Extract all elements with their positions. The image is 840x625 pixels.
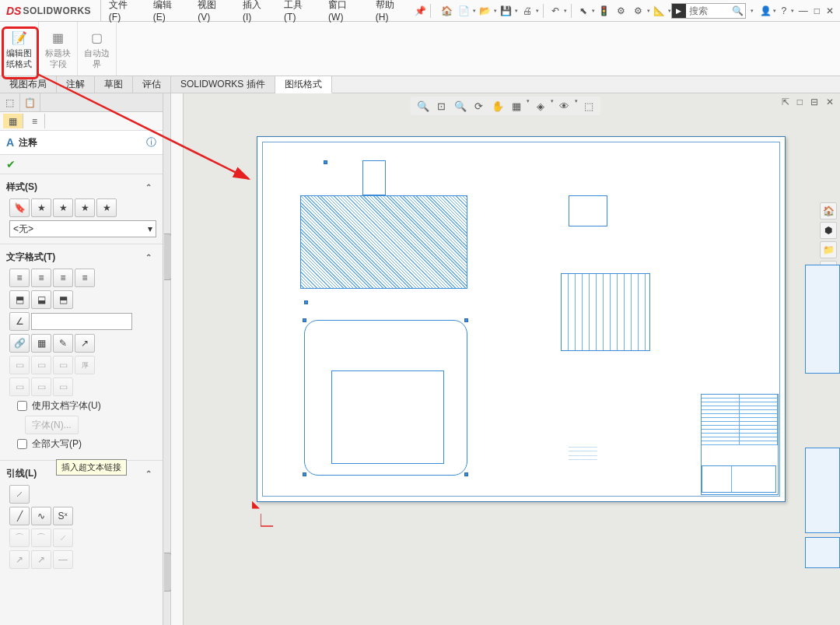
pan-icon[interactable]: ✋	[490, 98, 506, 114]
right-aux-panel-1[interactable]	[805, 265, 840, 374]
menu-window[interactable]: 窗口(W)	[320, 0, 368, 21]
pin-icon[interactable]: 📌	[413, 3, 428, 19]
all-caps-checkbox[interactable]: 全部大写(P)	[9, 437, 156, 451]
align-right-btn[interactable]: ≡	[53, 269, 73, 287]
menu-edit[interactable]: 编辑(E)	[145, 0, 191, 21]
drawing-view-side[interactable]	[561, 273, 650, 351]
drawing-part-1	[362, 160, 386, 195]
style-btn4[interactable]: ★	[75, 198, 95, 217]
title-block[interactable]	[701, 394, 779, 495]
style-btn2[interactable]: ★	[31, 198, 51, 217]
panel-tab-feature[interactable]: ⬚	[0, 93, 20, 111]
drawing-view-top[interactable]	[300, 195, 467, 289]
panel-mini-tab2[interactable]: ≡	[25, 114, 45, 128]
search-magnify-icon[interactable]: 🔍	[731, 5, 745, 16]
angle-input[interactable]	[31, 313, 132, 330]
hide-show-icon[interactable]: 👁	[557, 98, 572, 114]
format-btn3[interactable]: ✎	[53, 334, 73, 353]
settings-icon[interactable]: ⚙	[631, 3, 646, 19]
panel-resize-handle[interactable]	[163, 93, 171, 625]
zoom-area-icon[interactable]: ⊡	[434, 98, 450, 114]
style-btn5[interactable]: ★	[96, 198, 117, 217]
tab-sketch[interactable]: 草图	[95, 76, 133, 93]
menu-file[interactable]: 文件(F)	[101, 0, 145, 21]
view-close-icon[interactable]: ✕	[826, 97, 834, 107]
maximize-button[interactable]: □	[814, 5, 820, 16]
help-icon[interactable]: ?	[776, 3, 792, 19]
view-max-icon[interactable]: □	[797, 97, 803, 107]
task-library-icon[interactable]: 📁	[820, 241, 837, 258]
text-format-header[interactable]: 文字格式(T) ⌃	[6, 249, 156, 265]
menu-insert[interactable]: 插入(I)	[235, 0, 276, 21]
panel-mini-tab1[interactable]: ▦	[3, 114, 23, 128]
open-icon[interactable]: 📂	[478, 3, 493, 19]
tab-view-layout[interactable]: 视图布局	[0, 76, 57, 93]
options-icon[interactable]: ⚙	[614, 3, 629, 19]
vertical-ruler	[171, 93, 184, 625]
zoom-fit-icon[interactable]: 🔍	[415, 98, 431, 114]
ok-button[interactable]: ✔	[6, 158, 16, 170]
leader-btn1[interactable]: ⟋	[9, 485, 30, 504]
undo-icon[interactable]: ↶	[548, 3, 563, 19]
menu-view[interactable]: 视图(V)	[190, 0, 235, 21]
search-box[interactable]: ▶ 🔍	[671, 3, 746, 19]
valign-top-btn[interactable]: ⬒	[9, 290, 30, 309]
window-controls: — □ ✕	[799, 5, 834, 16]
view-restore-icon[interactable]: ⇱	[782, 97, 789, 107]
drawing-sheet[interactable]: ────────────────────────────────────────…	[257, 136, 786, 502]
close-button[interactable]: ✕	[826, 5, 834, 16]
select-icon[interactable]: ⬉	[576, 3, 591, 19]
style-header[interactable]: 样式(S) ⌃	[6, 179, 156, 195]
user-icon[interactable]: 👤	[758, 3, 774, 19]
search-play-icon[interactable]: ▶	[672, 4, 686, 18]
leader-btn4[interactable]: Sˣ	[53, 507, 73, 525]
rotate-icon[interactable]: ⟳	[471, 98, 487, 114]
ribbon-title-block[interactable]: ▦ 标题块 字段	[39, 22, 78, 75]
style-btn3[interactable]: ★	[53, 198, 73, 217]
menu-tools[interactable]: 工具(T)	[276, 0, 320, 21]
tab-evaluate[interactable]: 评估	[133, 76, 171, 93]
align-center-btn[interactable]: ≡	[31, 269, 51, 287]
use-doc-font-checkbox[interactable]: 使用文档字体(U)	[9, 399, 156, 413]
print-icon[interactable]: 🖨	[520, 3, 535, 19]
new-icon[interactable]: 📄	[457, 3, 472, 19]
home-icon[interactable]: 🏠	[439, 3, 455, 19]
ribbon-edit-sheet-format[interactable]: 📝 编辑图 纸格式	[0, 22, 39, 75]
style-btn1[interactable]: 🔖	[9, 198, 30, 217]
link-btn[interactable]: 🔗	[9, 334, 30, 353]
display-icon[interactable]: ◈	[533, 98, 548, 114]
rebuild-icon[interactable]: 🚦	[597, 3, 612, 19]
panel-tab-property[interactable]: 📋	[20, 93, 40, 111]
drawing-canvas[interactable]: 🔍 ⊡ 🔍 ⟳ ✋ ▦▾ ◈▾ 👁▾ ⬚ ⇱ □ ⊟ ✕	[171, 93, 840, 625]
leader-btn6: ⌒	[31, 528, 51, 547]
view-min-icon[interactable]: ⊟	[810, 97, 818, 107]
tab-addins[interactable]: SOLIDWORKS 插件	[171, 76, 275, 93]
panel-help-icon[interactable]: ⓘ	[146, 135, 156, 149]
tab-sheet-format[interactable]: 图纸格式	[275, 76, 332, 93]
drawing-view-small[interactable]	[569, 195, 607, 226]
leader-btn3[interactable]: ∿	[31, 507, 51, 525]
right-aux-panel-3[interactable]	[805, 537, 840, 568]
zoom-prev-icon[interactable]: 🔍	[453, 98, 468, 114]
valign-bot-btn[interactable]: ⬒	[53, 290, 73, 309]
ribbon-auto-border[interactable]: ▢ 自动边 界	[78, 22, 117, 75]
format-btn2[interactable]: ▦	[31, 334, 51, 353]
leader-btn2[interactable]: ╱	[9, 507, 30, 525]
command-tab-bar: 视图布局 注解 草图 评估 SOLIDWORKS 插件 图纸格式	[0, 76, 840, 93]
style-dropdown[interactable]: <无>▾	[9, 220, 156, 237]
right-aux-panel-2[interactable]	[805, 448, 840, 533]
align-left-btn[interactable]: ≡	[9, 269, 30, 287]
valign-mid-btn[interactable]: ⬓	[31, 290, 51, 309]
menu-help[interactable]: 帮助(H)	[368, 0, 413, 21]
task-home-icon[interactable]: 🏠	[820, 202, 837, 219]
align-justify-btn[interactable]: ≡	[75, 269, 95, 287]
tool-icon[interactable]: 📐	[652, 3, 667, 19]
search-input[interactable]	[686, 5, 731, 16]
section-icon[interactable]: ▦	[509, 98, 524, 114]
task-resources-icon[interactable]: ⬢	[820, 222, 837, 239]
view-orient-icon[interactable]: ⬚	[581, 98, 597, 114]
minimize-button[interactable]: —	[799, 5, 808, 16]
tab-annotate[interactable]: 注解	[57, 76, 95, 93]
save-icon[interactable]: 💾	[499, 3, 514, 19]
format-btn4[interactable]: ↗	[75, 334, 95, 353]
